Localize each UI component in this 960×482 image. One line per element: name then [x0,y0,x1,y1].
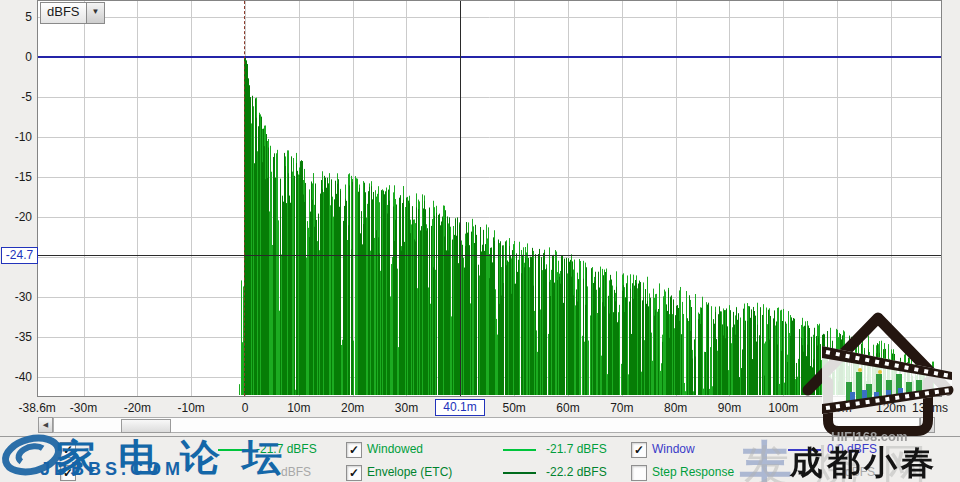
x-tick-label: -10m [161,400,221,416]
x-tick-label: 70m [592,400,652,416]
scroll-right-button[interactable]: ▶ [920,417,935,433]
horizontal-scrollbar[interactable]: ◀ ▶ [38,417,935,433]
zero-dbfs-line [38,56,941,58]
y-tick-label: -30 [0,289,32,305]
legend-checkbox-impulse[interactable]: ✓ [60,442,76,458]
checkmark-icon: ✓ [634,443,644,457]
step-response-checkbox[interactable] [631,465,647,481]
checkmark-icon: ✓ [63,466,73,480]
x-tick-label: 80m [646,400,706,416]
x-tick-label: 90m [699,400,759,416]
scroll-left-icon: ◀ [43,421,48,428]
x-tick-label: -20m [107,400,167,416]
x-tick-label: 110m [807,400,867,416]
scroll-right-icon: ▶ [925,421,930,428]
x-tick-label: 30m [376,400,436,416]
windowed-checkbox[interactable]: ✓ [346,442,362,458]
y-tick-label: 5 [0,9,32,25]
etc-plot-canvas[interactable] [38,1,941,396]
envelope-swatch [503,472,536,474]
envelope-value: -22.2 dBFS [546,464,607,480]
windowed-value: -21.7 dBFS [546,441,607,457]
checkmark-icon: ✓ [349,466,359,480]
x-tick-label: 130ms [900,400,960,416]
x-tick-label: 50m [484,400,544,416]
windowed-label[interactable]: Windowed [367,441,423,457]
scrollbar-track[interactable] [53,417,920,433]
impulse-reference-line [244,1,245,396]
x-tick-label: -30m [54,400,114,416]
unit-dropdown-value: dBFS [41,3,86,23]
unit-dropdown[interactable]: dBFS ▼ [40,2,105,24]
windowed-swatch [503,449,536,451]
checkmark-icon: ✓ [349,443,359,457]
envelope-checkbox[interactable]: ✓ [346,465,362,481]
cursor-horizontal-line [38,255,941,256]
cursor-time-readout: 40.1m [435,399,485,416]
y-tick-label: -40 [0,369,32,385]
unit-label-right: dBFS [845,464,875,480]
x-tick-label: 100m [753,400,813,416]
y-tick-label: -15 [0,169,32,185]
y-tick-label: -20 [0,209,32,225]
scrollbar-thumb[interactable] [121,419,171,433]
window-label[interactable]: Window [652,441,695,457]
chevron-down-icon[interactable]: ▼ [86,3,104,23]
cursor-vertical-line [460,1,461,396]
y-tick-label: -5 [0,89,32,105]
y-axis: 50-5-10-15-20-30-35-40 [0,0,37,397]
checkmark-icon: ✓ [63,443,73,457]
x-tick-label: 0 [215,400,275,416]
window-checkbox[interactable]: ✓ [631,442,647,458]
legend-panel: ✓ -21.7 dBFS ✓ Windowed -21.7 dBFS ✓ Win… [0,436,960,482]
x-tick-label: 20m [323,400,383,416]
step-response-label[interactable]: Step Response [652,464,734,480]
windowed-left-swatch [218,449,251,451]
envelope-label[interactable]: Envelope (ETC) [367,464,452,480]
y-tick-label: -35 [0,329,32,345]
windowed-left-value: -21.7 dBFS [256,441,317,457]
cursor-level-readout: -24.7 [1,247,38,264]
window-value: 0.0 dBFS [827,441,877,457]
window-swatch [788,449,821,451]
x-tick-label: 10m [269,400,329,416]
unit-label-left: dBFS [281,464,311,480]
x-tick-label: 60m [538,400,598,416]
impulse-analyzer-window: dBFS ▼ 50-5-10-15-20-30-35-40 -38.6m-30m… [0,0,960,482]
scroll-left-button[interactable]: ◀ [38,417,53,433]
legend-checkbox-row2[interactable]: ✓ [60,465,76,481]
y-tick-label: -10 [0,129,32,145]
plot-area [37,0,942,397]
y-tick-label: 0 [0,49,32,65]
